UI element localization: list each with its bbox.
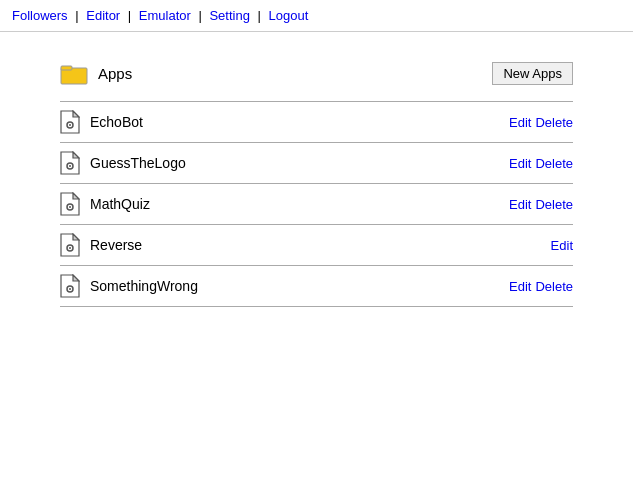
apps-header: Apps New Apps (60, 62, 573, 85)
file-icon (60, 274, 80, 298)
nav-link-setting[interactable]: Setting (209, 8, 249, 23)
app-actions: EditDelete (509, 115, 573, 130)
app-name: Reverse (90, 237, 551, 253)
apps-title: Apps (98, 65, 492, 82)
svg-marker-3 (73, 111, 79, 117)
edit-link[interactable]: Edit (551, 238, 573, 253)
app-name: MathQuiz (90, 196, 509, 212)
svg-marker-15 (73, 234, 79, 240)
app-actions: EditDelete (509, 279, 573, 294)
svg-point-9 (69, 165, 71, 167)
file-icon (60, 233, 80, 257)
svg-point-5 (69, 124, 71, 126)
file-icon (60, 151, 80, 175)
table-row: ReverseEdit (60, 225, 573, 266)
svg-point-13 (69, 206, 71, 208)
top-nav: Followers | Editor | Emulator | Setting … (0, 0, 633, 32)
new-apps-button[interactable]: New Apps (492, 62, 573, 85)
app-actions: EditDelete (509, 156, 573, 171)
nav-separator: | (195, 8, 206, 23)
app-name: GuessTheLogo (90, 155, 509, 171)
svg-point-21 (69, 288, 71, 290)
edit-link[interactable]: Edit (509, 197, 531, 212)
nav-separator: | (254, 8, 265, 23)
edit-link[interactable]: Edit (509, 156, 531, 171)
svg-rect-1 (61, 66, 72, 70)
edit-link[interactable]: Edit (509, 279, 531, 294)
svg-marker-11 (73, 193, 79, 199)
app-actions: EditDelete (509, 197, 573, 212)
svg-marker-7 (73, 152, 79, 158)
delete-link[interactable]: Delete (535, 279, 573, 294)
file-icon (60, 192, 80, 216)
folder-icon (60, 63, 88, 85)
app-actions: Edit (551, 238, 573, 253)
app-name: SomethingWrong (90, 278, 509, 294)
delete-link[interactable]: Delete (535, 115, 573, 130)
svg-point-17 (69, 247, 71, 249)
file-icon (60, 110, 80, 134)
edit-link[interactable]: Edit (509, 115, 531, 130)
main-content: Apps New Apps EchoBotEditDeleteGuessTheL… (0, 32, 633, 337)
table-row: EchoBotEditDelete (60, 102, 573, 143)
table-row: MathQuizEditDelete (60, 184, 573, 225)
nav-link-editor[interactable]: Editor (86, 8, 120, 23)
app-list: EchoBotEditDeleteGuessTheLogoEditDeleteM… (60, 101, 573, 307)
table-row: GuessTheLogoEditDelete (60, 143, 573, 184)
nav-link-logout[interactable]: Logout (269, 8, 309, 23)
nav-separator: | (124, 8, 135, 23)
nav-link-followers[interactable]: Followers (12, 8, 68, 23)
delete-link[interactable]: Delete (535, 197, 573, 212)
delete-link[interactable]: Delete (535, 156, 573, 171)
nav-separator: | (72, 8, 83, 23)
nav-link-emulator[interactable]: Emulator (139, 8, 191, 23)
svg-marker-19 (73, 275, 79, 281)
app-name: EchoBot (90, 114, 509, 130)
table-row: SomethingWrongEditDelete (60, 266, 573, 307)
